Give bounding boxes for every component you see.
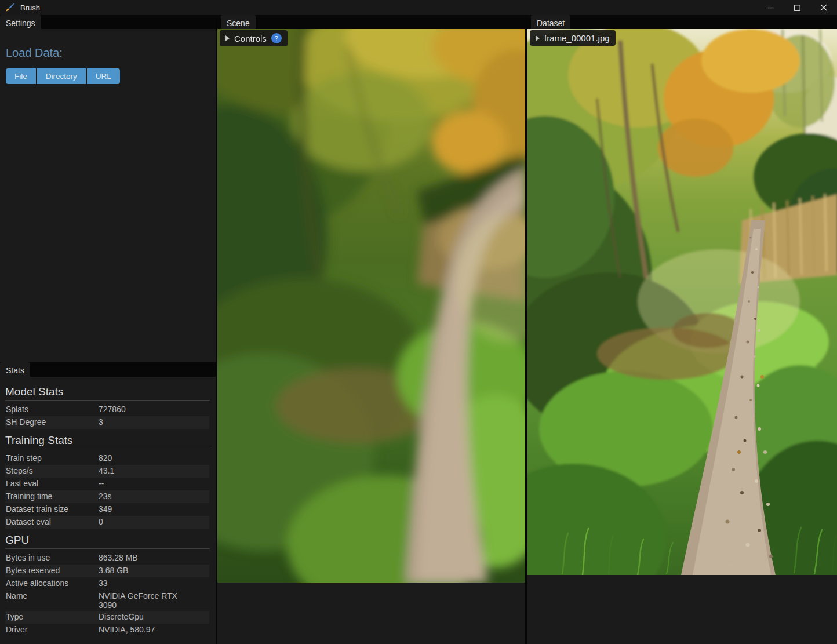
stats-tab-bar: Stats: [0, 362, 216, 377]
stat-value: DiscreteGpu: [99, 612, 194, 621]
stat-value: 43.1: [99, 466, 194, 475]
separator: [5, 548, 210, 549]
scene-tab-bar: Scene: [217, 15, 525, 29]
tab-dataset[interactable]: Dataset: [531, 15, 570, 29]
sidebar: Settings Load Data: File Directory URL S…: [0, 15, 216, 644]
table-row: Driver NVIDIA, 580.97: [5, 624, 209, 636]
section-heading-gpu: GPU: [5, 534, 211, 547]
tab-settings[interactable]: Settings: [0, 15, 41, 29]
section-heading-training-stats: Training Stats: [5, 434, 211, 447]
stat-value: 0: [99, 517, 194, 526]
close-button[interactable]: [810, 0, 837, 15]
stat-label: Active allocations: [6, 578, 99, 588]
scene-render-image: [217, 29, 525, 583]
stats-panel: Model Stats Splats 727860 SH Degree 3 Tr…: [0, 377, 216, 644]
table-row: Name NVIDIA GeForce RTX 3090: [5, 590, 209, 611]
load-data-button-group: File Directory URL: [6, 68, 210, 84]
dataset-panel-background: [527, 575, 837, 644]
table-row: Dataset train size 349: [5, 503, 209, 516]
table-row: SH Degree 3: [5, 416, 209, 429]
stat-value: NVIDIA GeForce RTX 3090: [99, 591, 194, 610]
stat-value: --: [99, 479, 194, 488]
stat-label: Type: [6, 612, 99, 621]
load-data-heading: Load Data:: [6, 46, 210, 60]
minimize-button[interactable]: [757, 0, 784, 15]
stat-value: 33: [99, 578, 194, 588]
stat-label: Steps/s: [6, 466, 99, 475]
maximize-icon: [794, 5, 800, 11]
table-row: Train step 820: [5, 452, 209, 465]
load-directory-button[interactable]: Directory: [37, 68, 86, 84]
controls-expander[interactable]: Controls ?: [220, 30, 288, 46]
table-row: Active allocations 33: [5, 577, 209, 590]
table-row: Training time 23s: [5, 490, 209, 503]
load-url-button[interactable]: URL: [87, 68, 120, 84]
maximize-button[interactable]: [784, 0, 810, 15]
help-button[interactable]: ?: [271, 33, 282, 43]
stat-label: Dataset train size: [6, 504, 99, 514]
stat-label: Splats: [6, 405, 99, 414]
table-row: Steps/s 43.1: [5, 465, 209, 478]
table-row: Type DiscreteGpu: [5, 611, 209, 624]
table-row: Last eval --: [5, 478, 209, 490]
dataset-panel: Dataset: [525, 15, 837, 644]
brush-icon: [5, 2, 15, 13]
separator: [5, 449, 210, 449]
stat-label: Bytes reserved: [6, 566, 99, 575]
stat-label: Name: [6, 591, 99, 601]
settings-tab-bar: Settings: [0, 15, 216, 29]
stat-label: Training time: [6, 492, 99, 501]
minimize-icon: [767, 5, 774, 11]
expander-arrow-icon: [225, 35, 230, 41]
title-bar: Brush: [0, 0, 837, 15]
close-icon: [820, 4, 827, 11]
tab-scene[interactable]: Scene: [221, 15, 256, 29]
stat-value: 349: [99, 504, 194, 514]
table-row: Bytes in use 863.28 MB: [5, 552, 209, 565]
stat-label: Last eval: [6, 479, 99, 488]
dataset-photo-image: [527, 29, 837, 575]
scene-panel: Scene: [216, 15, 525, 644]
dataset-frame-expander[interactable]: frame_00001.jpg: [530, 30, 616, 46]
table-row: Bytes reserved 3.68 GB: [5, 565, 209, 577]
stat-value: 863.28 MB: [99, 553, 194, 562]
dataset-viewport[interactable]: frame_00001.jpg: [527, 29, 837, 575]
brush-app-window: Brush Settings: [0, 0, 837, 644]
stat-value: 23s: [99, 492, 194, 501]
separator: [5, 400, 210, 401]
tab-stats[interactable]: Stats: [0, 362, 30, 377]
expander-arrow-icon: [536, 35, 540, 41]
load-file-button[interactable]: File: [6, 68, 36, 84]
stat-label: SH Degree: [6, 417, 99, 427]
dataset-tab-bar: Dataset: [527, 15, 837, 29]
settings-panel: Load Data: File Directory URL: [0, 29, 216, 362]
stat-label: Train step: [6, 453, 99, 463]
table-row: Dataset eval 0: [5, 516, 209, 529]
stat-value: 3.68 GB: [99, 566, 194, 575]
stat-value: 820: [99, 453, 194, 463]
scene-panel-background: [217, 583, 525, 644]
scene-viewport[interactable]: Controls ?: [217, 29, 525, 583]
dataset-frame-label: frame_00001.jpg: [544, 33, 610, 43]
stat-label: Driver: [6, 625, 99, 634]
app-title: Brush: [20, 3, 40, 12]
controls-expander-label: Controls: [234, 34, 267, 43]
table-row: Splats 727860: [5, 403, 209, 416]
section-heading-model-stats: Model Stats: [5, 385, 211, 398]
stat-value: 727860: [99, 405, 194, 414]
stat-value: 3: [99, 417, 194, 427]
stat-label: Bytes in use: [6, 553, 99, 562]
window-controls: [757, 0, 837, 15]
stat-value: NVIDIA, 580.97: [99, 625, 194, 634]
stat-label: Dataset eval: [6, 517, 99, 526]
